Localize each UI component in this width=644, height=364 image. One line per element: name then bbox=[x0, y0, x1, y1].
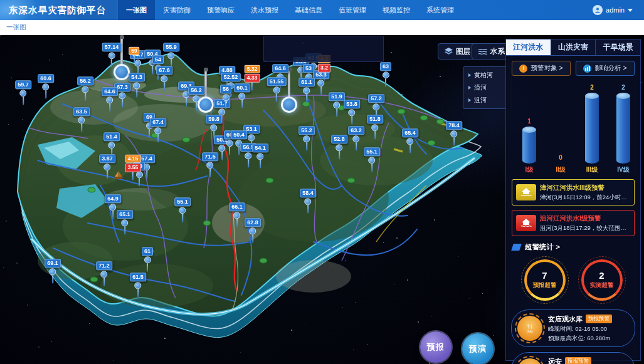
level-bar-cylinder bbox=[522, 130, 536, 164]
station-marker[interactable]: 64.6 bbox=[102, 87, 118, 112]
station-marker[interactable]: 61.1 bbox=[298, 78, 315, 102]
station-pin-stem bbox=[324, 72, 325, 80]
station-marker[interactable]: 62.8 bbox=[245, 218, 261, 242]
station-marker[interactable]: 57.14 bbox=[102, 43, 122, 67]
alert-item-2[interactable]: 沮河江河洪水I级预警沮河(3月18日17:29，较大范围内前24小时雨... bbox=[512, 210, 635, 236]
station-ok-dot bbox=[203, 221, 211, 226]
nav-item-系统管理[interactable]: 系统管理 bbox=[418, 0, 462, 20]
user-name: admin bbox=[606, 6, 625, 14]
warning-station-marker[interactable]: 5.324.33 bbox=[245, 65, 260, 91]
tab-江河洪水[interactable]: 江河洪水 bbox=[506, 39, 551, 55]
station-pin-stem bbox=[182, 214, 183, 222]
station-marker[interactable]: 56 bbox=[220, 85, 231, 109]
station-pin-head bbox=[304, 136, 310, 143]
station-pin-stem bbox=[453, 138, 455, 146]
station-marker[interactable]: 58.4 bbox=[300, 189, 316, 213]
station-marker[interactable]: 61 bbox=[142, 247, 153, 271]
station-marker[interactable]: 65.1 bbox=[117, 210, 133, 234]
nav-item-预警响应[interactable]: 预警响应 bbox=[199, 0, 243, 20]
station-pin-stem bbox=[186, 98, 187, 107]
station-ok-dot bbox=[347, 178, 356, 184]
station-card-2[interactable]: ↑↓≈≈远安预报预警时间: 02-15 22:00预报水位: 5.230m bbox=[511, 352, 635, 364]
nav-item-值班管理[interactable]: 值班管理 bbox=[330, 0, 374, 20]
station-marker[interactable]: 51.4 bbox=[103, 132, 120, 157]
station-marker[interactable]: 71.2 bbox=[96, 261, 112, 286]
station-value-label: 63.2 bbox=[348, 126, 364, 135]
nav-item-灾害防御[interactable]: 灾害防御 bbox=[155, 0, 199, 20]
breadcrumb-label[interactable]: 一张图 bbox=[6, 23, 26, 32]
triangle-right-icon bbox=[468, 86, 471, 90]
station-marker[interactable]: 55.1 bbox=[174, 197, 191, 222]
station-marker[interactable]: 51.8 bbox=[367, 115, 383, 139]
station-marker[interactable]: 69.1 bbox=[45, 259, 61, 283]
station-marker[interactable]: 61.5 bbox=[130, 273, 146, 297]
station-pin-head bbox=[20, 90, 27, 97]
nav-item-一张图[interactable]: 一张图 bbox=[118, 0, 155, 20]
level-bar-value: 0 bbox=[548, 154, 573, 161]
impact-analysis-button[interactable]: 影响分析 > bbox=[576, 61, 635, 76]
station-pin-head bbox=[304, 88, 310, 95]
station-marker[interactable]: 63.5 bbox=[73, 107, 90, 132]
station-marker[interactable]: 78.4 bbox=[446, 121, 462, 145]
station-marker[interactable]: 67.4 bbox=[150, 118, 166, 142]
station-marker[interactable]: 63.2 bbox=[348, 126, 364, 150]
station-marker[interactable]: 66.1 bbox=[229, 202, 245, 227]
station-marker[interactable]: 56.2 bbox=[77, 76, 93, 101]
station-pin-stem bbox=[306, 95, 307, 103]
station-marker[interactable]: 55.2 bbox=[298, 126, 315, 150]
station-value-label: 56.2 bbox=[77, 76, 93, 85]
station-marker[interactable]: 55.1 bbox=[364, 147, 380, 172]
station-marker[interactable]: 65.4 bbox=[402, 128, 418, 153]
station-marker[interactable]: 54.3 bbox=[129, 73, 145, 97]
warning-objects-button[interactable]: !预警对象 > bbox=[512, 61, 571, 76]
warning-station-marker[interactable]: 59 bbox=[129, 47, 139, 63]
river-menu-item-沮河[interactable]: 沮河 bbox=[463, 94, 511, 107]
over-warning-section-header[interactable]: 超警统计 > bbox=[512, 242, 634, 252]
station-marker[interactable]: 63 bbox=[380, 62, 391, 86]
station-pin-stem bbox=[371, 164, 372, 172]
alert-item-1[interactable]: 漳河江河洪水III级预警漳河(3月15日12:09，前24小时面雨量230.2毫… bbox=[512, 179, 635, 205]
station-card-1[interactable]: ↑↓≈≈玄庙观水库预报预警峰现时间: 02-16 05:00预报最高水位: 60… bbox=[511, 309, 635, 347]
station-marker[interactable]: 53.8 bbox=[344, 100, 360, 124]
station-marker[interactable]: 60.6 bbox=[38, 74, 54, 98]
station-marker[interactable]: 51.9 bbox=[329, 92, 345, 117]
station-marker[interactable]: 59.7 bbox=[15, 80, 31, 105]
station-value-label: 63.5 bbox=[73, 107, 90, 116]
rehearsal-button[interactable]: 预演 bbox=[462, 333, 494, 364]
nav-item-洪水预报[interactable]: 洪水预报 bbox=[243, 0, 287, 20]
station-marker[interactable]: 55.9 bbox=[163, 43, 179, 67]
river-menu-item-黄柏河[interactable]: 黄柏河 bbox=[463, 69, 511, 81]
app-header: 东深水旱灾害防御平台 一张图灾害防御预警响应洪水预报基础信息值班管理视频监控系统… bbox=[0, 0, 644, 20]
level-bar-III级: 2III级 bbox=[585, 96, 599, 164]
station-value-label: 56 bbox=[220, 85, 231, 93]
measured-over-warning-gauge[interactable]: 2实测超警 bbox=[581, 259, 623, 301]
station-marker[interactable]: 54.1 bbox=[252, 143, 268, 168]
station-pin-stem bbox=[356, 143, 357, 151]
forecast-button[interactable]: 预报 bbox=[420, 331, 451, 363]
river-menu-item-漳河[interactable]: 漳河 bbox=[463, 81, 511, 94]
station-value-label: 69.1 bbox=[45, 259, 61, 268]
forecast-over-warning-gauge[interactable]: 7预报超警 bbox=[524, 259, 566, 301]
card-body: 玄庙观水库预报预警峰现时间: 02-16 05:00预报最高水位: 60.280… bbox=[548, 315, 612, 343]
station-marker[interactable]: 67.6 bbox=[156, 66, 172, 90]
user-menu[interactable]: admin bbox=[593, 0, 633, 20]
station-pin-head bbox=[108, 53, 115, 60]
station-pin-head bbox=[382, 72, 389, 79]
gauge-value: 2 bbox=[599, 271, 604, 281]
station-marker[interactable]: 56.2 bbox=[188, 86, 204, 110]
station-pin-head bbox=[135, 283, 142, 289]
app-logo: 东深水旱灾害防御平台 bbox=[0, 0, 117, 20]
station-marker[interactable]: 3.87 bbox=[99, 154, 115, 179]
station-pin-head bbox=[122, 220, 129, 227]
warning-station-marker[interactable]: 4.153.55 bbox=[125, 155, 141, 180]
station-pin-stem bbox=[236, 219, 238, 227]
station-pin-head bbox=[373, 104, 380, 111]
flood-warning-icon bbox=[516, 184, 536, 200]
level-bar-cylinder bbox=[616, 96, 630, 164]
tab-山洪灾害[interactable]: 山洪灾害 bbox=[551, 39, 596, 55]
nav-item-基础信息[interactable]: 基础信息 bbox=[287, 0, 330, 20]
station-marker[interactable]: 52.8 bbox=[331, 135, 347, 159]
tab-干旱场景[interactable]: 干旱场景 bbox=[596, 39, 640, 55]
station-marker[interactable]: 51.55 bbox=[267, 77, 287, 101]
nav-item-视频监控[interactable]: 视频监控 bbox=[374, 0, 418, 20]
